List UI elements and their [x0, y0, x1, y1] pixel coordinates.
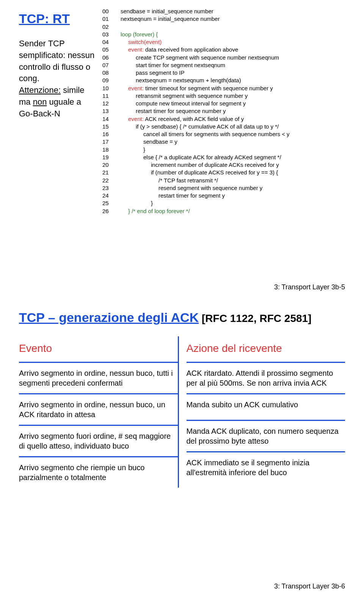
line-body: create TCP segment with sequence number …	[113, 54, 279, 61]
code-line: 01nextseqnum = initial_sequence number	[102, 15, 345, 23]
code-line: 26} /* end of loop forever */	[102, 207, 345, 215]
line-number: 09	[102, 77, 113, 84]
code-line: 22/* TCP fast retransmit */	[102, 177, 345, 184]
line-number: 24	[102, 192, 113, 199]
code-line: 08pass segment to IP	[102, 69, 345, 77]
azione-row-1: Manda subito un ACK cumulativo	[187, 394, 345, 421]
slide2-title-a: TCP – generazione degli ACK	[19, 310, 199, 325]
code-line: 13restart timer for sequence number y	[102, 107, 345, 115]
code-line: 00sendbase = initial_sequence number	[102, 8, 345, 15]
code-line: 05event: data received from application …	[102, 46, 345, 53]
line-body: sendbase = y	[113, 138, 177, 146]
slide2-title: TCP – generazione degli ACK [RFC 1122, R…	[19, 310, 345, 325]
line-number: 00	[102, 8, 113, 15]
line-number: 23	[102, 184, 113, 192]
line-number: 03	[102, 31, 113, 38]
code-line: 20increment number of duplicate ACKs rec…	[102, 161, 345, 169]
code-line: 11retransmit segment with sequence numbe…	[102, 92, 345, 100]
line-number: 01	[102, 15, 113, 23]
line-number: 08	[102, 69, 113, 77]
line-number: 04	[102, 38, 113, 46]
sidebar-attention: Attenzione:	[19, 85, 61, 95]
slide-tcp-rt: TCP: RT Sender TCP semplificato: nessun …	[0, 0, 364, 299]
line-number: 02	[102, 23, 113, 31]
slide2-title-b: [RFC 1122, RFC 2581]	[199, 312, 311, 324]
table-col-azione: Azione del ricevente ACK ritardato. Atte…	[178, 336, 345, 488]
code-line: 09nextseqnum = nextseqnum + length(data)	[102, 77, 345, 84]
line-number: 10	[102, 85, 113, 92]
code-line: 16cancel all timers for segments with se…	[102, 130, 345, 138]
code-line: 21if (number of duplicate ACKS received …	[102, 169, 345, 176]
code-line: 24restart timer for segment y	[102, 192, 345, 199]
line-body: loop (forever) {	[113, 31, 158, 38]
line-body: event: timer timeout for segment with se…	[113, 85, 273, 92]
code-line: 14event: ACK received, with ACK field va…	[102, 115, 345, 123]
pseudocode-block: 00sendbase = initial_sequence number01ne…	[102, 8, 345, 215]
line-number: 05	[102, 46, 113, 53]
evento-row-0: Arrivo segmento in ordine, nessun buco, …	[19, 363, 178, 394]
line-number: 07	[102, 61, 113, 69]
line-body: else { /* a duplicate ACK for already AC…	[113, 154, 281, 161]
code-line: 03loop (forever) {	[102, 31, 345, 38]
line-body: } /* end of loop forever */	[113, 207, 190, 215]
slide-tcp-ack: TCP – generazione degli ACK [RFC 1122, R…	[0, 299, 364, 598]
code-line: 25}	[102, 199, 345, 207]
code-line: 15if (y > sendbase) { /* cumulative ACK …	[102, 123, 345, 130]
azione-row-3: ACK immediato se il segmento inizia all'…	[187, 452, 345, 483]
line-body	[113, 23, 121, 31]
line-number: 26	[102, 207, 113, 215]
line-body: nextseqnum = nextseqnum + length(data)	[113, 77, 241, 84]
line-body: }	[113, 146, 145, 154]
line-body: event: ACK received, with ACK field valu…	[113, 115, 244, 123]
line-number: 25	[102, 199, 113, 207]
line-number: 11	[102, 92, 113, 100]
line-number: 13	[102, 107, 113, 115]
code-line: 18}	[102, 146, 345, 154]
slide1-sidebar: Sender TCP semplificato: nessun controll…	[19, 38, 95, 120]
line-number: 15	[102, 123, 113, 130]
line-body: resend segment with sequence number y	[113, 184, 262, 192]
code-line: 17sendbase = y	[102, 138, 345, 146]
code-line: 19else { /* a duplicate ACK for already …	[102, 154, 345, 161]
slide2-footer: 3: Transport Layer 3b-6	[274, 582, 345, 590]
ack-table: Evento Arrivo segmento in ordine, nessun…	[19, 336, 345, 488]
line-body: event: data received from application ab…	[113, 46, 238, 53]
line-number: 19	[102, 154, 113, 161]
line-number: 22	[102, 177, 113, 184]
line-number: 06	[102, 54, 113, 61]
code-line: 04switch(event)	[102, 38, 345, 46]
azione-row-0: ACK ritardato. Attendi il prossimo segme…	[187, 363, 345, 394]
line-body: }	[113, 199, 153, 207]
line-body: cancel all timers for segments with sequ…	[113, 130, 290, 138]
line-number: 14	[102, 115, 113, 123]
code-line: 02	[102, 23, 345, 31]
code-line: 07start timer for segment nextseqnum	[102, 61, 345, 69]
evento-row-1: Arrivo segmento in ordine, nessun buco, …	[19, 394, 178, 426]
header-evento: Evento	[19, 342, 52, 354]
line-body: restart timer for segment y	[113, 192, 225, 199]
line-number: 17	[102, 138, 113, 146]
line-number: 16	[102, 130, 113, 138]
evento-row-2: Arrivo segmento fuori ordine, # seq magg…	[19, 426, 178, 457]
evento-row-3: Arrivo segmento che riempie un buco parz…	[19, 457, 178, 488]
line-body: compute new timeout interval for segment…	[113, 100, 246, 107]
code-line: 06create TCP segment with sequence numbe…	[102, 54, 345, 61]
line-body: if (y > sendbase) { /* cumulative ACK of…	[113, 123, 279, 130]
table-col-evento: Evento Arrivo segmento in ordine, nessun…	[19, 336, 178, 488]
code-line: 12compute new timeout interval for segme…	[102, 100, 345, 107]
line-body: increment number of duplicate ACKs recei…	[113, 161, 279, 169]
code-line: 23resend segment with sequence number y	[102, 184, 345, 192]
line-body: sendbase = initial_sequence number	[113, 8, 213, 15]
sidebar-non: non	[33, 97, 47, 107]
line-body: if (number of duplicate ACKS received fo…	[113, 169, 278, 176]
code-line: 10event: timer timeout for segment with …	[102, 85, 345, 92]
line-body: start timer for segment nextseqnum	[113, 61, 225, 69]
line-body: retransmit segment with sequence number …	[113, 92, 248, 100]
line-number: 18	[102, 146, 113, 154]
azione-row-2: Manda ACK duplicato, con numero sequenza…	[187, 421, 345, 452]
line-body: nextseqnum = initial_sequence number	[113, 15, 220, 23]
line-number: 21	[102, 169, 113, 176]
sidebar-text-1: Sender TCP semplificato: nessun controll…	[19, 39, 94, 83]
line-number: 20	[102, 161, 113, 169]
line-number: 12	[102, 100, 113, 107]
